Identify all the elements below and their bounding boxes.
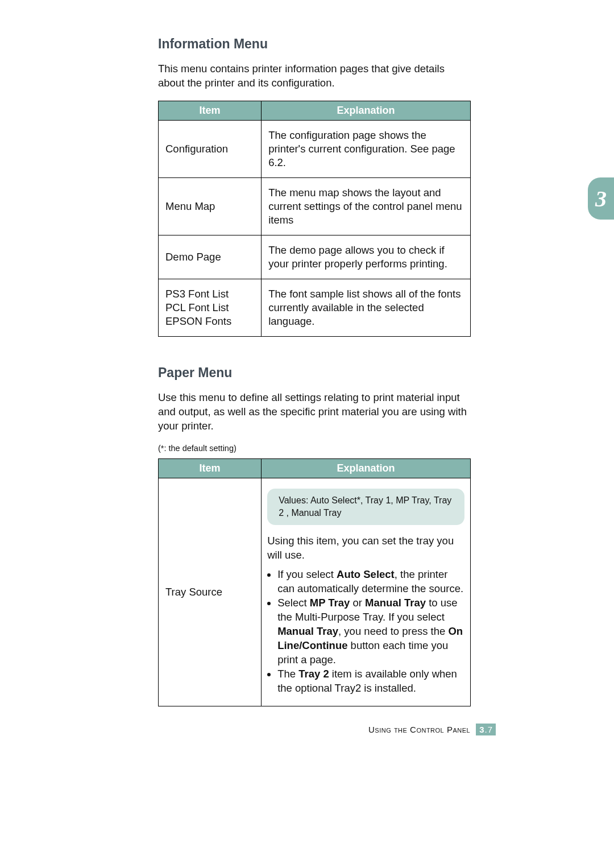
section-heading-information-menu: Information Menu (158, 36, 471, 52)
col-header-explanation: Explanation (262, 101, 471, 120)
paper-menu-table: Item Explanation Tray Source Values: Aut… (158, 458, 471, 706)
section-number: 3 (479, 725, 484, 734)
list-item: The Tray 2 item is available only when t… (277, 667, 464, 696)
bold-text: Manual Tray (277, 625, 338, 637)
cell-explanation: The menu map shows the layout and curren… (262, 178, 471, 235)
table-row: Demo Page The demo page allows you to ch… (159, 235, 471, 279)
cell-item: PS3 Font List PCL Font List EPSON Fonts (159, 279, 262, 337)
table-row: Tray Source Values: Auto Select*, Tray 1… (159, 478, 471, 706)
footer-label: Using the Control Panel (368, 725, 470, 734)
chapter-tab: 3 (588, 177, 614, 220)
values-pill: Values: Auto Select*, Tray 1, MP Tray, T… (267, 489, 464, 524)
list-item: If you select Auto Select, the printer c… (277, 568, 464, 596)
text: or (350, 597, 365, 609)
col-header-item: Item (159, 459, 262, 478)
cell-item: Menu Map (159, 178, 262, 235)
text: The (277, 668, 298, 680)
information-menu-intro: This menu contains printer information p… (158, 62, 471, 90)
bold-text: MP Tray (310, 597, 350, 609)
table-header-row: Item Explanation (159, 101, 471, 120)
default-setting-note: (*: the default setting) (158, 444, 471, 453)
bold-text: Auto Select (337, 568, 395, 580)
list-item: Select MP Tray or Manual Tray to use the… (277, 596, 464, 667)
cell-item: Configuration (159, 120, 262, 177)
cell-explanation: The font sample list shows all of the fo… (262, 279, 471, 337)
bold-text: Manual Tray (365, 597, 426, 609)
page-content: Information Menu This menu contains prin… (158, 36, 471, 706)
information-menu-table: Item Explanation Configuration The confi… (158, 101, 471, 337)
cell-explanation: Values: Auto Select*, Tray 1, MP Tray, T… (262, 478, 471, 706)
cell-item: Tray Source (159, 478, 262, 706)
table-header-row: Item Explanation (159, 459, 471, 478)
col-header-explanation: Explanation (262, 459, 471, 478)
explanation-lead: Using this item, you can set the tray yo… (267, 534, 464, 563)
section-heading-paper-menu: Paper Menu (158, 365, 471, 381)
text: , you need to press the (338, 625, 448, 637)
explanation-bullets: If you select Auto Select, the printer c… (267, 568, 464, 696)
cell-explanation: The demo page allows you to check if you… (262, 235, 471, 279)
text: Select (277, 597, 310, 609)
col-header-item: Item (159, 101, 262, 120)
page-number: 7 (488, 725, 492, 734)
table-row: Configuration The configuration page sho… (159, 120, 471, 177)
page-footer: Using the Control Panel 3.7 (368, 724, 496, 735)
bold-text: Tray 2 (298, 668, 329, 680)
cell-item: Demo Page (159, 235, 262, 279)
page-number-badge: 3.7 (476, 724, 496, 735)
text: If you select (277, 568, 337, 580)
paper-menu-intro: Use this menu to define all settings rel… (158, 391, 471, 433)
page-dot: . (484, 725, 487, 734)
table-row: Menu Map The menu map shows the layout a… (159, 178, 471, 235)
cell-explanation: The configuration page shows the printer… (262, 120, 471, 177)
table-row: PS3 Font List PCL Font List EPSON Fonts … (159, 279, 471, 337)
